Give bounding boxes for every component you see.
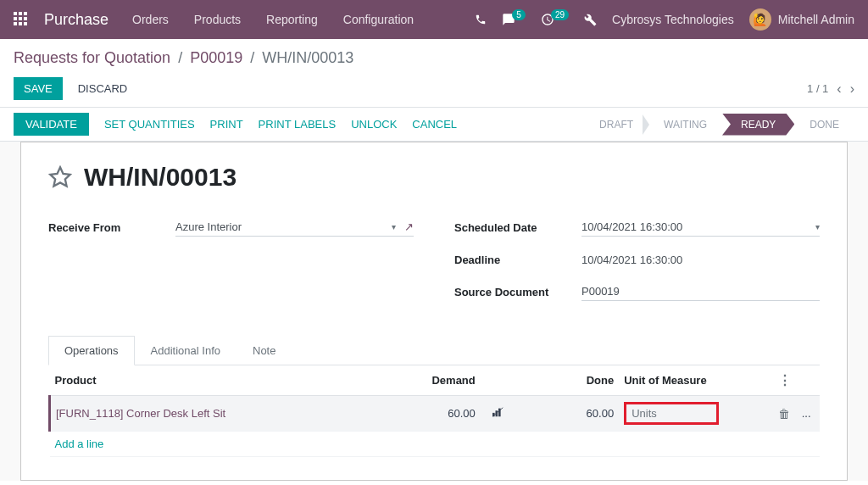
discard-button[interactable]: DISCARD [78, 82, 128, 95]
form-sheet: WH/IN/00013 Receive From Azure Interior … [20, 142, 848, 481]
status-bar: VALIDATE SET QUANTITIES PRINT PRINT LABE… [0, 108, 868, 142]
operations-table: Product Demand Done Unit of Measure ⋮ [F… [48, 365, 820, 457]
app-brand[interactable]: Purchase [44, 11, 108, 29]
top-navbar: Purchase Orders Products Reporting Confi… [0, 0, 868, 39]
unlock-button[interactable]: UNLOCK [351, 118, 397, 131]
apps-icon[interactable] [14, 12, 29, 27]
pager-text: 1 / 1 [807, 82, 828, 95]
col-product: Product [50, 365, 373, 396]
control-panel: Requests for Quotation / P00019 / WH/IN/… [0, 39, 868, 108]
status-draft[interactable]: DRAFT [584, 114, 648, 136]
breadcrumb-po[interactable]: P00019 [190, 49, 242, 66]
tab-operations[interactable]: Operations [48, 336, 135, 365]
avatar: 🙋 [749, 8, 771, 31]
col-uom: Unit of Measure [619, 365, 773, 396]
column-options-icon[interactable]: ⋮ [778, 373, 792, 387]
menu-orders[interactable]: Orders [132, 13, 169, 26]
tab-additional-info[interactable]: Additional Info [135, 336, 236, 365]
print-button[interactable]: PRINT [210, 118, 243, 131]
debug-icon[interactable] [584, 14, 597, 26]
print-labels-button[interactable]: PRINT LABELS [259, 118, 337, 131]
col-demand: Demand [373, 365, 481, 396]
scheduled-date-field[interactable]: 10/04/2021 16:30:00 ▾ [581, 218, 820, 237]
tabs: Operations Additional Info Note [48, 336, 820, 365]
source-doc-label: Source Document [454, 286, 581, 298]
table-row[interactable]: [FURN_1118] Corner Desk Left Sit 60.00 6… [50, 396, 821, 432]
pager-prev-icon[interactable]: ‹ [837, 81, 841, 97]
breadcrumb: Requests for Quotation / P00019 / WH/IN/… [14, 49, 854, 67]
messages-icon[interactable]: 5 [502, 13, 526, 26]
done-cell[interactable]: 60.00 [511, 396, 619, 432]
phone-icon[interactable] [475, 14, 487, 25]
external-link-icon[interactable]: ↗ [404, 220, 414, 233]
status-ready[interactable]: READY [722, 114, 794, 136]
status-waiting[interactable]: WAITING [648, 114, 722, 136]
user-name: Mitchell Admin [778, 13, 854, 26]
chevron-down-icon[interactable]: ▾ [392, 222, 396, 231]
star-icon[interactable] [48, 165, 72, 189]
status-steps: DRAFT WAITING READY DONE [584, 114, 854, 136]
pager: 1 / 1 ‹ › [807, 81, 854, 97]
breadcrumb-rfq[interactable]: Requests for Quotation [14, 49, 170, 66]
set-quantities-button[interactable]: SET QUANTITIES [104, 118, 195, 131]
save-button[interactable]: SAVE [14, 77, 63, 100]
company-name[interactable]: Cybrosys Technologies [612, 13, 734, 26]
deadline-label: Deadline [454, 254, 581, 266]
status-done[interactable]: DONE [794, 114, 854, 136]
menu-products[interactable]: Products [194, 13, 241, 26]
menu-configuration[interactable]: Configuration [343, 13, 414, 26]
source-doc-field[interactable]: P00019 [581, 282, 820, 301]
scheduled-date-label: Scheduled Date [454, 221, 581, 234]
breadcrumb-current: WH/IN/00013 [262, 49, 353, 66]
receive-from-label: Receive From [48, 221, 175, 234]
user-menu[interactable]: 🙋 Mitchell Admin [749, 8, 854, 31]
uom-cell[interactable]: Units [624, 402, 719, 425]
pager-next-icon[interactable]: › [850, 81, 854, 97]
col-done: Done [511, 365, 619, 396]
row-more[interactable]: ... [802, 407, 811, 420]
add-line-button[interactable]: Add a line [50, 432, 821, 457]
menu-reporting[interactable]: Reporting [266, 13, 318, 26]
validate-button[interactable]: VALIDATE [14, 113, 89, 136]
chevron-down-icon[interactable]: ▾ [815, 222, 820, 231]
page-title: WH/IN/00013 [84, 163, 236, 192]
cancel-button[interactable]: CANCEL [412, 118, 457, 131]
svg-marker-0 [50, 167, 70, 186]
forecast-icon[interactable] [492, 407, 504, 420]
navbar-right: 5 29 Cybrosys Technologies 🙋 Mitchell Ad… [475, 8, 854, 31]
demand-cell[interactable]: 60.00 [373, 396, 481, 432]
activities-badge: 29 [551, 9, 569, 20]
product-cell[interactable]: [FURN_1118] Corner Desk Left Sit [56, 407, 225, 420]
activities-icon[interactable]: 29 [541, 13, 569, 26]
messages-badge: 5 [512, 9, 526, 20]
main-menu: Orders Products Reporting Configuration [132, 13, 414, 26]
deadline-value: 10/04/2021 16:30:00 [581, 251, 820, 269]
tab-note[interactable]: Note [236, 336, 292, 365]
receive-from-field[interactable]: Azure Interior ▾ ↗ [175, 218, 414, 237]
trash-icon[interactable]: 🗑 [778, 407, 790, 421]
